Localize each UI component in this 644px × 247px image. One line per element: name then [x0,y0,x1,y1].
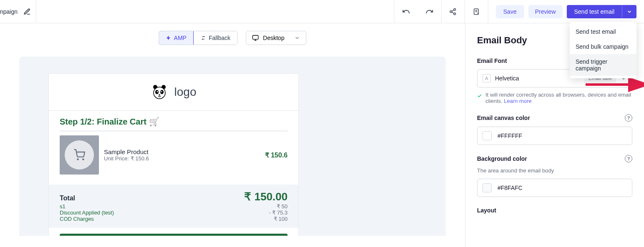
send-dropdown-menu: Send test email Send bulk campaign Send … [570,22,636,78]
product-name: Sample Product [104,148,260,155]
dropdown-send-test[interactable]: Send test email [570,24,636,39]
email-canvas-wrap: logo Step 1/2: Finalize Cart 🛒 [19,57,446,236]
product-image [60,135,99,175]
svg-rect-8 [253,35,258,39]
campaign-title: npaign [0,8,18,15]
cart-icon [73,149,85,161]
step-title: Step 1/2: Finalize Cart 🛒 [60,117,288,131]
total-label: Total [60,195,75,202]
check-icon [477,92,482,99]
totals-section: Total ₹ 150.00 s1₹ 50 Discount Applied (… [49,185,298,228]
bg-color-desc: The area around the email body [477,167,632,174]
subtotal-value: ₹ 50 [277,203,288,210]
help-icon[interactable]: ? [625,114,632,122]
email-canvas[interactable]: logo Step 1/2: Finalize Cart 🛒 [48,73,299,236]
send-test-email-button[interactable]: Send test email [567,5,622,18]
panda-icon [151,84,168,100]
product-unit-price: Unit Price: ₹ 150.6 [104,155,260,162]
send-dropdown-toggle[interactable] [622,5,636,18]
save-button[interactable]: Save [496,5,524,18]
chevron-down-icon [294,35,300,41]
svg-point-18 [159,95,160,96]
content-type-segment: AMP Fallback [159,31,237,45]
svg-point-19 [77,159,78,160]
font-name: Helvetica [495,75,580,82]
logo-text: logo [174,85,197,99]
device-label: Desktop [263,35,284,41]
color-swatch [482,131,492,140]
notes-button[interactable] [465,0,488,23]
svg-point-20 [83,159,83,160]
chevron-down-icon [626,9,632,15]
svg-line-4 [452,10,454,11]
preview-button[interactable]: Preview [528,5,563,18]
svg-line-3 [452,12,454,13]
fallback-label: Fallback [209,35,230,41]
amp-tab[interactable]: AMP [159,31,194,45]
cod-label: COD Charges [60,216,94,222]
discount-value: - ₹ 75.3 [269,210,288,216]
share-button[interactable] [441,0,465,23]
dropdown-send-bulk[interactable]: Send bulk campaign [570,39,636,54]
layout-label: Layout [477,207,632,214]
help-icon[interactable]: ? [625,155,632,162]
edit-icon[interactable] [23,8,31,15]
bg-color-input[interactable]: #F8FAFC [477,179,632,197]
proceed-button[interactable] [60,234,288,236]
font-icon: A [482,74,491,82]
undo-button[interactable] [394,0,418,23]
amp-label: AMP [174,35,187,41]
product-line-price: ₹ 150.6 [265,151,288,159]
logo-row: logo [49,74,298,110]
discount-label: Discount Applied (test) [60,210,114,216]
subtotal-label: s1 [60,203,66,210]
canvas-color-input[interactable]: #FFFFFF [477,127,632,145]
canvas-color-value: #FFFFFF [498,132,522,139]
desktop-icon [252,35,259,41]
color-swatch [482,183,492,192]
bg-color-value: #F8FAFC [498,185,523,191]
svg-point-2 [454,13,456,15]
svg-point-0 [454,8,456,10]
svg-point-16 [157,91,158,92]
svg-point-17 [161,91,162,92]
fallback-tab[interactable]: Fallback [193,31,237,45]
dropdown-send-trigger[interactable]: Send trigger campaign [570,54,636,76]
cod-value: ₹ 100 [274,216,288,222]
device-select[interactable]: Desktop [246,31,306,45]
learn-more-link[interactable]: Learn more [504,98,531,104]
product-row: Sample Product Unit Price: ₹ 150.6 ₹ 150… [60,135,288,179]
bg-color-label: Background color ? [477,155,632,162]
total-value: ₹ 150.00 [244,190,288,203]
redo-button[interactable] [418,0,441,23]
lightning-icon [166,35,172,41]
font-helper: It will render correctly across all brow… [477,92,632,104]
canvas-color-label: Email canvas color ? [477,114,632,122]
svg-point-1 [450,10,452,12]
swap-icon [200,35,206,41]
